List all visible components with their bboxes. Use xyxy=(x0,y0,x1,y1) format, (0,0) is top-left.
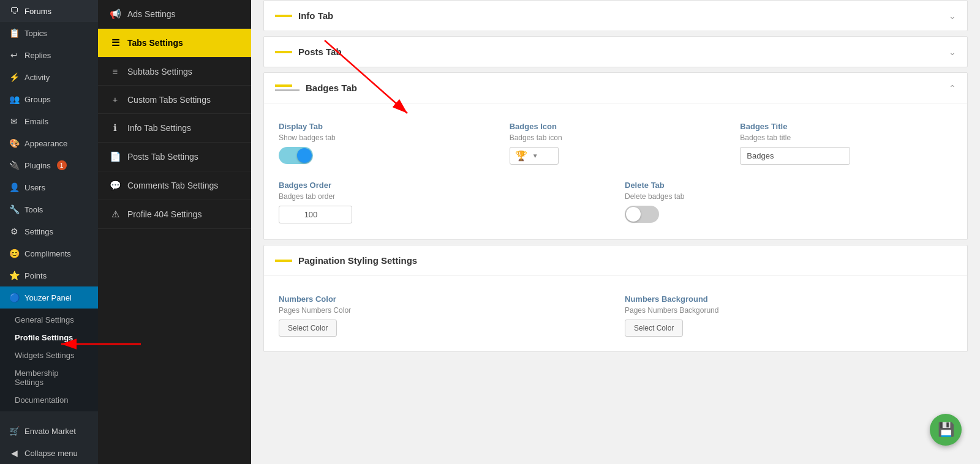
middle-item-custom-tabs[interactable]: + Custom Tabs Settings xyxy=(98,86,251,114)
custom-tabs-icon: + xyxy=(109,94,121,105)
main-content: Info Tab ⌄ Posts Tab ⌄ Badges Tab xyxy=(251,0,980,464)
sidebar-item-tools[interactable]: 🔧 Tools xyxy=(0,198,98,220)
badges-title-input[interactable] xyxy=(740,147,850,165)
badges-form-row2: Badges Order Badges tab order Delete Tab… xyxy=(279,181,952,225)
badges-sub-line xyxy=(275,89,300,91)
badges-icon-desc: Badges tab icon xyxy=(510,133,722,142)
accordion-info-tab: Info Tab ⌄ xyxy=(263,0,968,31)
settings-icon: ⚙ xyxy=(9,226,20,236)
numbers-color-button[interactable]: Select Color xyxy=(279,320,337,337)
sidebar-item-collapse[interactable]: ◀ Collapse menu xyxy=(0,442,98,464)
submenu-general-settings[interactable]: General Settings xyxy=(0,311,98,329)
plugins-icon: 🔌 xyxy=(9,160,20,170)
replies-icon: ↩ xyxy=(9,50,20,60)
middle-panel: 📢 Ads Settings ☰ Tabs Settings ≡ Subtabs… xyxy=(98,0,251,464)
middle-item-subtabs-settings[interactable]: ≡ Subtabs Settings xyxy=(98,58,251,86)
pagination-body: Numbers Color Pages Numbers Color Select… xyxy=(264,275,967,351)
tools-icon: 🔧 xyxy=(9,204,20,214)
submenu-widgets-settings[interactable]: Widgets Settings xyxy=(0,346,98,364)
badges-order-desc: Badges tab order xyxy=(279,192,606,201)
badges-form-row1: Display Tab Show badges tab Badges Icon … xyxy=(279,122,952,166)
accordion-header-badges-tab[interactable]: Badges Tab ⌃ xyxy=(264,73,967,103)
numbers-bg-desc: Pages Numbers Backgorund xyxy=(625,306,952,315)
badges-icon-select[interactable]: 🏆 ▼ xyxy=(510,147,559,165)
field-badges-order: Badges Order Badges tab order xyxy=(279,181,606,225)
subtabs-icon: ≡ xyxy=(109,66,121,77)
badges-tab-title: Badges Tab xyxy=(306,83,357,93)
info-tab-title-wrap: Info Tab xyxy=(275,10,333,21)
chevron-down-icon: ▼ xyxy=(532,152,538,159)
sidebar-item-plugins[interactable]: 🔌 Plugins 1 xyxy=(0,154,98,176)
info-tab-icon: ℹ xyxy=(109,122,121,133)
accordion-header-posts-tab[interactable]: Posts Tab ⌄ xyxy=(264,37,967,67)
pagination-title-wrap: Pagination Styling Settings xyxy=(275,255,417,266)
field-badges-icon: Badges Icon Badges tab icon 🏆 ▼ xyxy=(510,122,722,166)
trophy-icon: 🏆 xyxy=(515,150,527,162)
sidebar-item-envato[interactable]: 🛒 Envato Market xyxy=(0,420,98,442)
sidebar-item-emails[interactable]: ✉ Emails xyxy=(0,110,98,132)
sidebar-item-forums[interactable]: 🗨 Forums xyxy=(0,0,98,22)
pagination-bar xyxy=(275,260,292,262)
pagination-form: Numbers Color Pages Numbers Color Select… xyxy=(279,294,952,337)
field-numbers-bg: Numbers Background Pages Numbers Backgor… xyxy=(625,294,952,337)
emails-icon: ✉ xyxy=(9,116,20,126)
users-icon: 👤 xyxy=(9,182,20,192)
delete-tab-desc: Delete badges tab xyxy=(625,192,952,201)
posts-tab-icon: 📄 xyxy=(109,151,121,162)
field-delete-tab: Delete Tab Delete badges tab xyxy=(625,181,952,225)
middle-item-ads-settings[interactable]: 📢 Ads Settings xyxy=(98,0,251,29)
accordion-header-pagination[interactable]: Pagination Styling Settings xyxy=(264,245,967,275)
sidebar-item-compliments[interactable]: 😊 Compliments xyxy=(0,242,98,264)
topics-icon: 📋 xyxy=(9,28,20,38)
badges-tab-chevron: ⌃ xyxy=(949,83,956,93)
posts-tab-bar xyxy=(275,51,292,53)
middle-item-tabs-settings[interactable]: ☰ Tabs Settings xyxy=(98,29,251,58)
badges-title-label: Badges Title xyxy=(740,122,952,131)
submenu-membership-settings[interactable]: Membership Settings xyxy=(0,364,98,391)
accordion-header-info-tab[interactable]: Info Tab ⌄ xyxy=(264,1,967,31)
middle-item-posts-tab[interactable]: 📄 Posts Tab Settings xyxy=(98,143,251,171)
middle-item-comments-tab[interactable]: 💬 Comments Tab Settings xyxy=(98,171,251,200)
comments-tab-icon: 💬 xyxy=(109,180,121,191)
sidebar-item-youzer-panel[interactable]: 🔵 Youzer Panel xyxy=(0,286,98,309)
appearance-icon: 🎨 xyxy=(9,138,20,148)
posts-tab-title-wrap: Posts Tab xyxy=(275,47,342,57)
submenu-profile-settings[interactable]: Profile Settings xyxy=(0,329,98,346)
activity-icon: ⚡ xyxy=(9,72,20,82)
middle-item-profile-404[interactable]: ⚠ Profile 404 Settings xyxy=(98,200,251,229)
display-tab-toggle-wrap xyxy=(279,147,491,166)
sidebar-item-appearance[interactable]: 🎨 Appearance xyxy=(0,132,98,154)
envato-icon: 🛒 xyxy=(9,426,20,436)
sidebar-item-users[interactable]: 👤 Users xyxy=(0,176,98,198)
profile-404-icon: ⚠ xyxy=(109,209,121,220)
field-numbers-color: Numbers Color Pages Numbers Color Select… xyxy=(279,294,606,337)
sidebar-item-groups[interactable]: 👥 Groups xyxy=(0,88,98,110)
submenu-documentation[interactable]: Documentation xyxy=(0,391,98,409)
middle-item-info-tab[interactable]: ℹ Info Tab Settings xyxy=(98,114,251,143)
field-display-tab: Display Tab Show badges tab xyxy=(279,122,491,166)
badges-title-desc: Badges tab title xyxy=(740,133,952,142)
info-tab-chevron: ⌄ xyxy=(949,11,956,21)
numbers-bg-button[interactable]: Select Color xyxy=(625,320,683,337)
ads-icon: 📢 xyxy=(109,9,121,20)
groups-icon: 👥 xyxy=(9,94,20,104)
sidebar-item-settings[interactable]: ⚙ Settings xyxy=(0,220,98,242)
display-tab-toggle[interactable] xyxy=(279,147,313,164)
badges-order-label: Badges Order xyxy=(279,181,606,190)
points-icon: ⭐ xyxy=(9,271,20,280)
delete-tab-toggle[interactable] xyxy=(625,206,659,223)
accordion-pagination: Pagination Styling Settings Numbers Colo… xyxy=(263,245,968,352)
sidebar-item-topics[interactable]: 📋 Topics xyxy=(0,22,98,44)
posts-tab-chevron: ⌄ xyxy=(949,47,956,57)
sidebar-item-activity[interactable]: ⚡ Activity xyxy=(0,66,98,88)
badges-order-input[interactable] xyxy=(279,206,352,223)
posts-tab-title: Posts Tab xyxy=(298,47,342,57)
sidebar-item-points[interactable]: ⭐ Points xyxy=(0,264,98,286)
sidebar-item-replies[interactable]: ↩ Replies xyxy=(0,44,98,66)
numbers-color-desc: Pages Numbers Color xyxy=(279,306,606,315)
delete-tab-toggle-wrap xyxy=(625,206,952,225)
numbers-bg-label: Numbers Background xyxy=(625,294,952,304)
save-button[interactable]: 💾 xyxy=(930,414,962,446)
youzer-submenu: General Settings Profile Settings Widget… xyxy=(0,309,98,411)
delete-tab-knob xyxy=(626,207,641,222)
